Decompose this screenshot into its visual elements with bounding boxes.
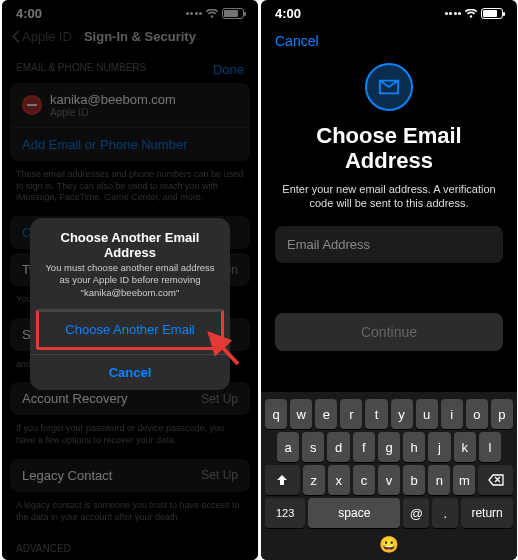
space-key[interactable]: space [308,498,400,528]
alert-cancel-button[interactable]: Cancel [30,354,230,390]
keyboard: qwertyuiop asdfghjkl zxcvbnm 123 space @… [261,392,517,560]
key-s[interactable]: s [302,432,324,462]
key-p[interactable]: p [491,399,513,429]
key-r[interactable]: r [340,399,362,429]
emoji-key[interactable]: 😀 [263,531,515,554]
screen-subtitle: Enter your new email address. A verifica… [261,174,517,227]
key-t[interactable]: t [365,399,387,429]
key-f[interactable]: f [353,432,375,462]
alert-message: You must choose another email address as… [30,262,230,309]
mail-icon [365,63,413,111]
key-v[interactable]: v [378,465,400,495]
key-x[interactable]: x [328,465,350,495]
cancel-button[interactable]: Cancel [261,23,517,59]
key-d[interactable]: d [327,432,349,462]
key-i[interactable]: i [441,399,463,429]
battery-icon [481,8,503,19]
key-z[interactable]: z [303,465,325,495]
alert-dialog: Choose Another Email Address You must ch… [30,218,230,390]
email-input[interactable]: Email Address [275,226,503,263]
alert-title: Choose Another Email Address [30,218,230,262]
key-m[interactable]: m [453,465,475,495]
key-k[interactable]: k [454,432,476,462]
key-a[interactable]: a [277,432,299,462]
continue-button[interactable]: Continue [275,313,503,351]
screen-title: Choose Email Address [261,123,517,174]
return-key[interactable]: return [461,498,513,528]
numbers-key[interactable]: 123 [265,498,305,528]
choose-email-screen: 4:00 Cancel Choose Email Address Enter y… [261,0,517,560]
key-w[interactable]: w [290,399,312,429]
dot-key[interactable]: . [432,498,458,528]
wifi-icon [464,9,478,19]
backspace-key[interactable] [478,465,513,495]
at-key[interactable]: @ [403,498,429,528]
key-l[interactable]: l [479,432,501,462]
clock: 4:00 [275,6,301,21]
key-u[interactable]: u [416,399,438,429]
key-y[interactable]: y [391,399,413,429]
status-bar: 4:00 [261,0,517,23]
key-h[interactable]: h [403,432,425,462]
key-b[interactable]: b [403,465,425,495]
key-g[interactable]: g [378,432,400,462]
key-c[interactable]: c [353,465,375,495]
choose-another-email-button[interactable]: Choose Another Email [36,309,224,350]
key-o[interactable]: o [466,399,488,429]
shift-key[interactable] [265,465,300,495]
key-j[interactable]: j [428,432,450,462]
settings-screen: 4:00 Apple ID Sign-In & Security EMAIL &… [2,0,258,560]
key-n[interactable]: n [428,465,450,495]
key-q[interactable]: q [265,399,287,429]
key-e[interactable]: e [315,399,337,429]
